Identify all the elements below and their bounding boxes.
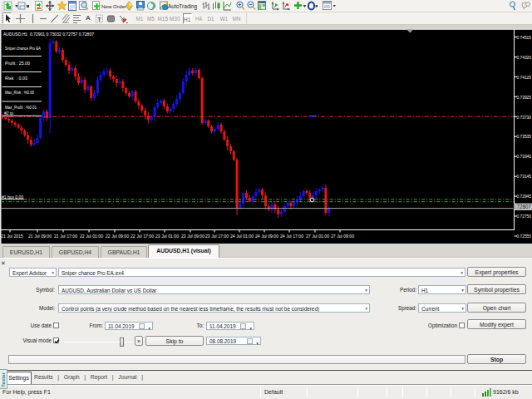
- svg-text:Risk : 0.03: Risk : 0.03: [5, 76, 28, 81]
- svg-text:23 Jul 01:00: 23 Jul 01:00: [155, 234, 179, 239]
- svg-text:T: T: [97, 16, 101, 23]
- svg-text:0.72945: 0.72945: [517, 194, 532, 199]
- svg-text:0.74320: 0.74320: [517, 55, 532, 60]
- svg-text:21 Jul 17:00: 21 Jul 17:00: [54, 234, 77, 239]
- svg-text:#2 tp: #2 tp: [4, 111, 14, 116]
- svg-text:0.73340: 0.73340: [517, 154, 532, 159]
- svg-text:0.72750: 0.72750: [517, 214, 532, 219]
- svg-text:0.74515: 0.74515: [517, 35, 532, 40]
- svg-text:22 Jul 09:00: 22 Jul 09:00: [106, 234, 129, 239]
- svg-text:23 Jul 09:00: 23 Jul 09:00: [181, 234, 204, 239]
- svg-text:22 Jul 01:00: 22 Jul 01:00: [80, 234, 103, 239]
- svg-text:24 Jul 01:00: 24 Jul 01:00: [230, 234, 254, 239]
- svg-text:21 Jul 09:00: 21 Jul 09:00: [28, 234, 52, 239]
- svg-text:22 Jul 17:00: 22 Jul 17:00: [131, 234, 154, 239]
- svg-text:0.73925: 0.73925: [517, 95, 532, 100]
- svg-text:0.72555: 0.72555: [517, 234, 532, 239]
- svg-text:AUDUSD,H1 0.72901 0.73032 0.7: AUDUSD,H1 0.72901 0.73032 0.72757 0.7280…: [3, 31, 94, 37]
- svg-text:0.73730: 0.73730: [517, 115, 532, 120]
- svg-text:0.73145: 0.73145: [517, 174, 532, 179]
- svg-text:27 Jul 09:00: 27 Jul 09:00: [331, 234, 354, 239]
- svg-text:24 Jul 17:00: 24 Jul 17:00: [280, 234, 303, 239]
- svg-text:24 Jul 09:00: 24 Jul 09:00: [255, 234, 278, 239]
- svg-text:21 Jul 2015: 21 Jul 2015: [1, 234, 23, 239]
- svg-text:23 Jul 17:00: 23 Jul 17:00: [205, 234, 229, 239]
- svg-text:0.74125: 0.74125: [517, 75, 532, 80]
- svg-text:0.72807: 0.72807: [512, 204, 531, 209]
- svg-text:27 Jul 01:00: 27 Jul 01:00: [306, 234, 329, 239]
- svg-text:Profit : 25.00: Profit : 25.00: [5, 61, 31, 66]
- svg-text:Max_Risk : %0.00: Max_Risk : %0.00: [5, 90, 35, 95]
- svg-text:#1 buy 0.00: #1 buy 0.00: [2, 195, 24, 200]
- svg-text:Sniper chance Pro EA: Sniper chance Pro EA: [5, 46, 41, 51]
- svg-text:0.73535: 0.73535: [517, 134, 532, 139]
- svg-text:Max_Profit : %0.01: Max_Profit : %0.01: [5, 105, 37, 110]
